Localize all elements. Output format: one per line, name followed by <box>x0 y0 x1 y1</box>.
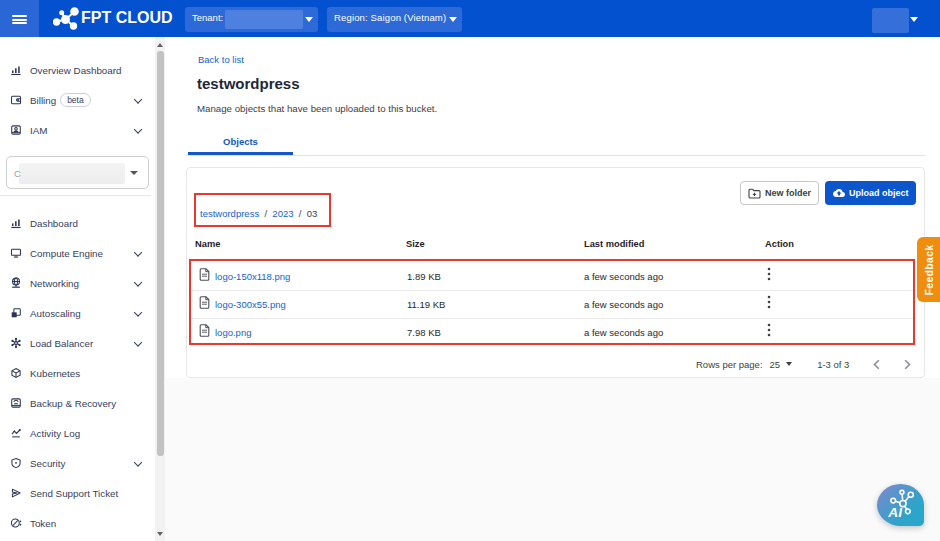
svg-text:AI: AI <box>887 505 903 520</box>
